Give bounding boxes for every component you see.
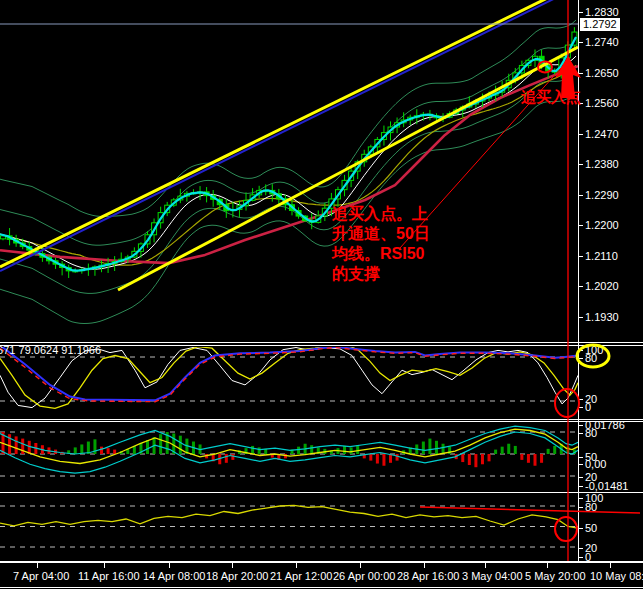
annotation-buy-point-label: 追买入点 bbox=[521, 88, 581, 107]
price-label: 1.2470 bbox=[585, 128, 619, 140]
trading-chart-window: 1.2792 1.28301.27401.26501.25601.24701.2… bbox=[0, 0, 643, 589]
annotation-note-line: 升通道、50日 bbox=[332, 224, 430, 244]
osma-panel[interactable] bbox=[0, 422, 578, 492]
time-label: 18 Apr 20:00 bbox=[206, 570, 268, 582]
level-label: 0,00 bbox=[585, 458, 606, 470]
price-label: 1.2110 bbox=[585, 250, 618, 262]
time-label: 11 Apr 16:00 bbox=[78, 570, 140, 582]
stochastic-panel[interactable] bbox=[0, 347, 578, 419]
annotation-note-line: 均线。RSI50 bbox=[332, 244, 430, 264]
level-label: 80 bbox=[585, 427, 597, 439]
panel-separator bbox=[0, 419, 643, 420]
time-label: 14 Apr 08:00 bbox=[143, 570, 205, 582]
main-price-chart[interactable] bbox=[0, 0, 578, 343]
time-label: 5 May 20:00 bbox=[525, 570, 586, 582]
level-label: -0,01481 bbox=[585, 480, 628, 492]
level-label: 80 bbox=[585, 352, 597, 364]
level-label: 0 bbox=[585, 401, 591, 413]
price-axis[interactable]: 1.2792 1.28301.27401.26501.25601.24701.2… bbox=[579, 0, 643, 563]
price-label: 1.2380 bbox=[585, 158, 619, 170]
price-label: 1.1930 bbox=[585, 311, 619, 323]
level-label: 0 bbox=[585, 551, 591, 563]
rsi-panel[interactable] bbox=[0, 494, 578, 561]
price-label: 1.2290 bbox=[585, 189, 619, 201]
level-label: 50 bbox=[585, 522, 597, 534]
time-label: 10 May 08:0 bbox=[590, 570, 643, 582]
price-label: 1.2020 bbox=[585, 280, 619, 292]
panel-separator bbox=[0, 421, 643, 422]
price-label: 1.2650 bbox=[585, 67, 619, 79]
panel-separator bbox=[0, 342, 643, 343]
price-label: 1.2560 bbox=[585, 97, 619, 109]
price-label: 1.2740 bbox=[585, 36, 619, 48]
price-label: 1.2200 bbox=[585, 219, 619, 231]
price-label: 1.2830 bbox=[585, 6, 619, 18]
panel-separator bbox=[0, 492, 643, 493]
time-axis[interactable]: 7 Apr 04:0011 Apr 16:0014 Apr 08:0018 Ap… bbox=[0, 563, 643, 589]
time-label: 28 Apr 16:00 bbox=[397, 570, 459, 582]
time-label: 7 Apr 04:00 bbox=[13, 570, 69, 582]
time-label: 21 Apr 12:00 bbox=[270, 570, 332, 582]
current-price-badge: 1.2792 bbox=[580, 18, 620, 31]
indicator-values-label: 7671 79.0624 91.1966 bbox=[0, 344, 101, 356]
level-label: 80 bbox=[585, 501, 597, 513]
annotation-note-line: 追买入点。上 bbox=[332, 204, 430, 224]
annotation-note-line: 的支撑 bbox=[332, 264, 430, 284]
time-label: 26 Apr 00:00 bbox=[333, 570, 395, 582]
time-label: 3 May 04:00 bbox=[462, 570, 523, 582]
annotation-note: 追买入点。上 升通道、50日 均线。RSI50 的支撑 bbox=[332, 204, 430, 284]
